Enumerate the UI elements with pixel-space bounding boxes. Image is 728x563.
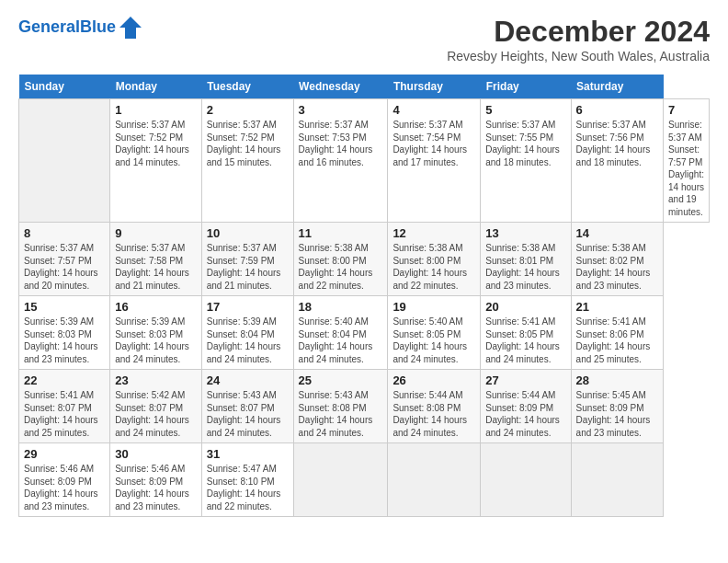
day-number: 9 xyxy=(115,226,197,240)
day-detail: Sunrise: 5:42 AM Sunset: 8:07 PM Dayligh… xyxy=(115,389,197,439)
header-thursday: Thursday xyxy=(388,75,481,99)
logo-icon xyxy=(118,15,143,40)
day-number: 25 xyxy=(299,373,383,387)
calendar-table: Sunday Monday Tuesday Wednesday Thursday… xyxy=(18,75,710,517)
day-number: 8 xyxy=(24,226,105,240)
day-number: 13 xyxy=(485,226,565,240)
calendar-week-5: 29Sunrise: 5:46 AM Sunset: 8:09 PM Dayli… xyxy=(19,443,710,517)
calendar-cell: 10Sunrise: 5:37 AM Sunset: 7:59 PM Dayli… xyxy=(201,223,293,296)
days-header-row: Sunday Monday Tuesday Wednesday Thursday… xyxy=(19,75,710,99)
calendar-cell: 14Sunrise: 5:38 AM Sunset: 8:02 PM Dayli… xyxy=(571,223,663,296)
day-number: 28 xyxy=(576,373,658,387)
calendar-cell: 21Sunrise: 5:41 AM Sunset: 8:06 PM Dayli… xyxy=(571,296,663,370)
day-number: 14 xyxy=(576,226,658,240)
day-detail: Sunrise: 5:44 AM Sunset: 8:08 PM Dayligh… xyxy=(392,389,475,439)
calendar-cell: 24Sunrise: 5:43 AM Sunset: 8:07 PM Dayli… xyxy=(201,370,293,443)
calendar-cell: 12Sunrise: 5:38 AM Sunset: 8:00 PM Dayli… xyxy=(388,223,481,296)
location-title: Revesby Heights, New South Wales, Austra… xyxy=(447,49,710,63)
calendar-cell: 4Sunrise: 5:37 AM Sunset: 7:54 PM Daylig… xyxy=(388,99,481,223)
day-detail: Sunrise: 5:37 AM Sunset: 7:52 PM Dayligh… xyxy=(207,119,289,168)
calendar-body: 1Sunrise: 5:37 AM Sunset: 7:52 PM Daylig… xyxy=(19,99,710,517)
calendar-header: Sunday Monday Tuesday Wednesday Thursday… xyxy=(19,75,710,99)
calendar-week-3: 15Sunrise: 5:39 AM Sunset: 8:03 PM Dayli… xyxy=(19,296,710,370)
month-title: December 2024 xyxy=(447,15,710,49)
calendar-cell: 23Sunrise: 5:42 AM Sunset: 8:07 PM Dayli… xyxy=(110,370,202,443)
calendar-cell: 6Sunrise: 5:37 AM Sunset: 7:56 PM Daylig… xyxy=(571,99,663,223)
day-number: 31 xyxy=(207,447,289,461)
day-detail: Sunrise: 5:37 AM Sunset: 7:58 PM Dayligh… xyxy=(115,242,197,292)
day-number: 10 xyxy=(207,226,289,240)
day-detail: Sunrise: 5:41 AM Sunset: 8:06 PM Dayligh… xyxy=(576,316,658,365)
day-detail: Sunrise: 5:39 AM Sunset: 8:03 PM Dayligh… xyxy=(115,316,197,365)
header-tuesday: Tuesday xyxy=(201,75,293,99)
calendar-cell xyxy=(481,443,571,517)
calendar-cell: 19Sunrise: 5:40 AM Sunset: 8:05 PM Dayli… xyxy=(388,296,481,370)
day-detail: Sunrise: 5:44 AM Sunset: 8:09 PM Dayligh… xyxy=(485,389,565,439)
day-detail: Sunrise: 5:37 AM Sunset: 7:59 PM Dayligh… xyxy=(207,242,289,292)
day-number: 5 xyxy=(485,103,565,117)
logo: GeneralBlue xyxy=(18,15,143,40)
day-number: 17 xyxy=(207,300,289,314)
header-wednesday: Wednesday xyxy=(293,75,388,99)
calendar-cell: 7Sunrise: 5:37 AM Sunset: 7:57 PM Daylig… xyxy=(664,99,710,223)
day-number: 26 xyxy=(392,373,475,387)
day-number: 1 xyxy=(115,103,197,117)
logo-text: GeneralBlue xyxy=(18,18,116,37)
logo-general: General xyxy=(18,17,80,36)
day-detail: Sunrise: 5:43 AM Sunset: 8:08 PM Dayligh… xyxy=(299,389,383,439)
day-number: 23 xyxy=(115,373,197,387)
day-number: 6 xyxy=(576,103,658,117)
day-number: 24 xyxy=(207,373,289,387)
day-detail: Sunrise: 5:38 AM Sunset: 8:00 PM Dayligh… xyxy=(392,242,475,292)
calendar-cell: 5Sunrise: 5:37 AM Sunset: 7:55 PM Daylig… xyxy=(481,99,571,223)
calendar-cell: 29Sunrise: 5:46 AM Sunset: 8:09 PM Dayli… xyxy=(19,443,110,517)
day-number: 27 xyxy=(485,373,565,387)
header-friday: Friday xyxy=(481,75,571,99)
calendar-cell: 9Sunrise: 5:37 AM Sunset: 7:58 PM Daylig… xyxy=(110,223,202,296)
day-detail: Sunrise: 5:47 AM Sunset: 8:10 PM Dayligh… xyxy=(207,463,289,512)
day-number: 7 xyxy=(668,103,704,117)
day-number: 12 xyxy=(392,226,475,240)
calendar-cell xyxy=(293,443,388,517)
day-detail: Sunrise: 5:40 AM Sunset: 8:04 PM Dayligh… xyxy=(299,316,383,365)
day-number: 2 xyxy=(207,103,289,117)
calendar-cell: 8Sunrise: 5:37 AM Sunset: 7:57 PM Daylig… xyxy=(19,223,110,296)
calendar-cell: 17Sunrise: 5:39 AM Sunset: 8:04 PM Dayli… xyxy=(201,296,293,370)
header-sunday: Sunday xyxy=(19,75,110,99)
day-number: 30 xyxy=(115,447,197,461)
day-detail: Sunrise: 5:37 AM Sunset: 7:57 PM Dayligh… xyxy=(668,119,704,218)
day-number: 4 xyxy=(392,103,475,117)
day-detail: Sunrise: 5:46 AM Sunset: 8:09 PM Dayligh… xyxy=(24,463,105,512)
calendar-cell: 27Sunrise: 5:44 AM Sunset: 8:09 PM Dayli… xyxy=(481,370,571,443)
calendar-cell: 22Sunrise: 5:41 AM Sunset: 8:07 PM Dayli… xyxy=(19,370,110,443)
calendar-cell xyxy=(571,443,663,517)
day-number: 29 xyxy=(24,447,105,461)
day-detail: Sunrise: 5:39 AM Sunset: 8:03 PM Dayligh… xyxy=(24,316,105,365)
calendar-cell: 11Sunrise: 5:38 AM Sunset: 8:00 PM Dayli… xyxy=(293,223,388,296)
day-detail: Sunrise: 5:38 AM Sunset: 8:02 PM Dayligh… xyxy=(576,242,658,292)
day-number: 21 xyxy=(576,300,658,314)
header-row: GeneralBlue December 2024 Revesby Height… xyxy=(18,15,710,71)
calendar-cell: 31Sunrise: 5:47 AM Sunset: 8:10 PM Dayli… xyxy=(201,443,293,517)
calendar-cell: 2Sunrise: 5:37 AM Sunset: 7:52 PM Daylig… xyxy=(201,99,293,223)
calendar-cell: 15Sunrise: 5:39 AM Sunset: 8:03 PM Dayli… xyxy=(19,296,110,370)
day-number: 3 xyxy=(299,103,383,117)
calendar-cell xyxy=(19,99,110,223)
day-detail: Sunrise: 5:46 AM Sunset: 8:09 PM Dayligh… xyxy=(115,463,197,512)
calendar-cell: 1Sunrise: 5:37 AM Sunset: 7:52 PM Daylig… xyxy=(110,99,202,223)
day-detail: Sunrise: 5:37 AM Sunset: 7:57 PM Dayligh… xyxy=(24,242,105,292)
calendar-week-2: 8Sunrise: 5:37 AM Sunset: 7:57 PM Daylig… xyxy=(19,223,710,296)
calendar-cell: 30Sunrise: 5:46 AM Sunset: 8:09 PM Dayli… xyxy=(110,443,202,517)
logo-blue: Blue xyxy=(80,17,116,36)
day-number: 15 xyxy=(24,300,105,314)
day-detail: Sunrise: 5:39 AM Sunset: 8:04 PM Dayligh… xyxy=(207,316,289,365)
calendar-cell: 25Sunrise: 5:43 AM Sunset: 8:08 PM Dayli… xyxy=(293,370,388,443)
page-container: GeneralBlue December 2024 Revesby Height… xyxy=(0,0,728,528)
calendar-week-1: 1Sunrise: 5:37 AM Sunset: 7:52 PM Daylig… xyxy=(19,99,710,223)
calendar-cell xyxy=(388,443,481,517)
calendar-week-4: 22Sunrise: 5:41 AM Sunset: 8:07 PM Dayli… xyxy=(19,370,710,443)
header-saturday: Saturday xyxy=(571,75,663,99)
day-detail: Sunrise: 5:38 AM Sunset: 8:00 PM Dayligh… xyxy=(299,242,383,292)
calendar-cell: 28Sunrise: 5:45 AM Sunset: 8:09 PM Dayli… xyxy=(571,370,663,443)
day-number: 20 xyxy=(485,300,565,314)
